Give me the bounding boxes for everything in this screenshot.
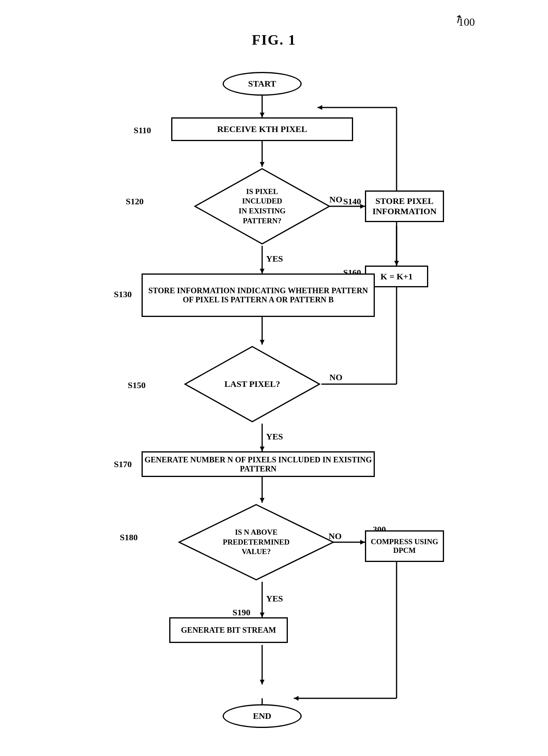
s130-store-info: STORE INFORMATION INDICATING WHETHER PAT… [142,273,375,317]
start-node: START [223,72,302,96]
svg-marker-1 [260,113,265,117]
svg-text:YES: YES [266,594,283,603]
svg-marker-36 [294,696,299,701]
s170-label: S170 [114,459,132,469]
s110-label: S110 [134,125,151,136]
svg-marker-18 [260,447,265,451]
s120-label: S120 [126,196,144,207]
svg-marker-16 [260,340,265,345]
flowchart: YES NO YES NO [96,56,452,748]
svg-marker-14 [317,105,322,110]
svg-text:S190: S190 [232,607,250,617]
s180-label: S180 [120,532,138,543]
s110-receive-kth-pixel: RECEIVE KTH PIXEL [171,117,353,141]
svg-text:YES: YES [266,432,283,441]
end-node: END [223,704,302,728]
s170-generate-n: GENERATE NUMBER N OF PIXELS INCLUDED IN … [142,451,375,477]
s130-label: S130 [114,289,132,300]
svg-marker-24 [260,498,265,503]
s300-compress-dpcm: COMPRESS USING DPCM [365,530,444,562]
svg-marker-11 [394,261,399,266]
s150-diamond: LAST PIXEL? [183,345,321,424]
s140-label: S140 [343,196,361,207]
svg-marker-33 [260,680,265,684]
s150-label: S150 [128,380,146,390]
s140-store-pixel-info: STORE PIXEL INFORMATION [365,190,444,222]
s180-diamond: IS N ABOVEPREDETERMINEDVALUE? [173,503,339,582]
svg-text:YES: YES [266,254,283,264]
s190-generate-bit-stream: GENERATE BIT STREAM [169,617,288,643]
svg-marker-30 [360,540,365,545]
svg-marker-5 [260,269,265,273]
svg-marker-26 [260,613,265,617]
svg-marker-3 [260,162,265,167]
figure-title: FIG. 1 [252,32,296,48]
page: FIG. 1 100 ↗ YES NO [0,0,548,756]
svg-text:NO: NO [329,372,342,382]
s120-diamond: IS PIXELINCLUDEDIN EXISTINGPATTERN? [183,167,341,246]
